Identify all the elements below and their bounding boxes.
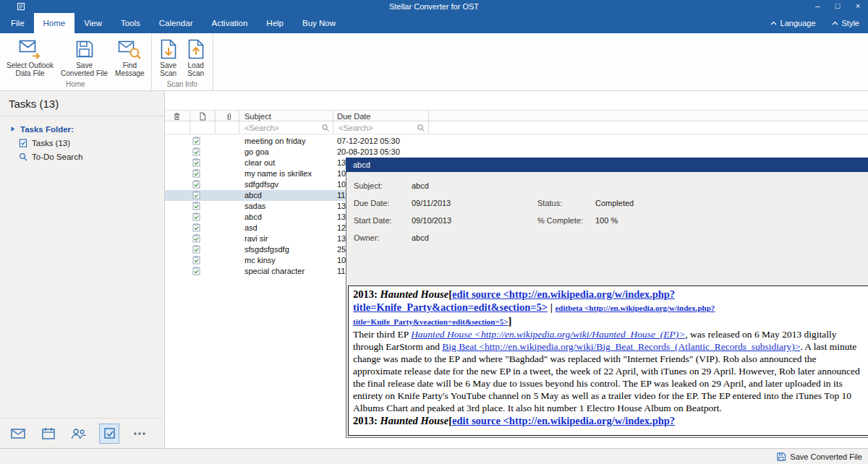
tree-item-todo-search[interactable]: To-Do Search [0,150,164,163]
row-due-date: 07-12-2012 05:30 [337,137,400,145]
delete-column-icon[interactable] [173,112,181,121]
percent-complete-field-label: % Complete: [537,216,583,225]
row-subject: special character [244,267,305,275]
row-subject: sdfgdfsgv [244,180,278,189]
ribbon-group-home-label: Home [3,78,148,90]
task-item-icon [192,245,200,254]
tab-home[interactable]: Home [34,13,75,33]
tab-buy-now[interactable]: Buy Now [293,13,345,33]
search-icon[interactable] [417,124,425,132]
due-date-search-input[interactable]: <Search> [339,124,373,132]
search-icon [19,152,27,161]
tab-tools[interactable]: Tools [111,13,150,33]
module-switcher [0,418,163,448]
find-message-icon [118,37,141,61]
text-segment: 2013: [353,415,380,426]
language-menu[interactable]: Language [770,19,816,27]
tree-item-tasks-folder[interactable]: Tasks Folder: [0,122,164,136]
tree-item-label: Tasks Folder: [20,125,74,134]
tree-item-label: To-Do Search [32,152,82,161]
document-column-icon[interactable] [199,112,206,121]
ribbon-button-label: Data File [16,69,45,77]
tab-file[interactable]: File [1,13,34,33]
status-field-value: Completed [595,199,634,207]
row-subject: meeting on friday [244,137,305,145]
row-subject: ravi sir [244,234,268,243]
more-nav-icon[interactable] [130,424,149,443]
subject-column-header[interactable]: Subject [244,112,271,121]
tasks-nav-icon[interactable] [100,424,119,443]
calendar-nav-icon[interactable] [39,424,58,443]
select-outlook-data-file-button[interactable]: Select Outlook Data File [3,35,57,78]
table-header: Subject Due Date [165,110,868,121]
percent-complete-field-value: 100 % [595,216,618,225]
subject-search-input[interactable]: <Search> [244,124,279,132]
ribbon-button-label: Load [188,61,204,69]
mail-nav-icon[interactable] [9,424,27,443]
text-segment: Haunted House [380,288,448,300]
row-subject: my name is skrillex [244,169,312,178]
subject-field-label: Subject: [354,181,383,190]
dialog-titlebar[interactable]: abcd [346,158,868,172]
load-scan-icon [186,37,206,61]
find-message-button[interactable]: Find Message [111,35,148,78]
tree-item-tasks[interactable]: Tasks (13) [0,136,164,150]
search-row: <Search> <Search> [165,121,868,134]
task-item-icon [192,223,200,232]
attachment-column-icon[interactable] [226,112,232,121]
message-paragraph: 2013: Haunted House[edit source <http://… [353,414,864,427]
maximize-button[interactable]: □ [827,0,848,13]
row-due-date: 11 [337,267,345,275]
message-paragraph: Their third EP Haunted House <http://en.… [353,328,864,414]
message-body[interactable]: 2013: Haunted House[edit source <http://… [348,285,868,436]
start-date-field-label: Start Date: [354,216,392,225]
text-segment: Haunted House [380,415,448,426]
row-due-date: 12 [337,223,346,232]
wiki-link[interactable]: Haunted House <http://en.wikipedia.org/w… [411,329,685,340]
task-item-icon [192,158,200,167]
close-button[interactable]: × [848,0,868,13]
ribbon-group-scan-info: Save Scan Load Scan Scan Info [152,33,213,90]
contacts-nav-icon[interactable] [69,424,88,443]
due-date-field-value: 09/11/2013 [412,199,451,207]
ribbon-button-label: Save [76,61,93,69]
tab-help[interactable]: Help [257,13,293,33]
task-detail-dialog: abcd Subject: abcd Due Date: 09/11/2013 … [346,158,868,438]
row-subject: clear out [244,158,275,167]
panel-title: Tasks (13) [0,91,164,116]
save-converted-file-button[interactable]: Save Converted File [57,35,111,78]
chevron-up-icon [832,21,838,25]
save-converted-file-action[interactable]: Save Converted File [776,449,862,464]
task-item-icon [192,256,200,265]
select-data-file-icon [18,37,43,61]
task-item-icon [192,147,200,156]
task-item-icon [192,169,200,178]
message-paragraph: 2013: Haunted House[edit source <http://… [353,288,864,328]
tab-view[interactable]: View [75,13,111,33]
row-due-date: 13 [337,212,346,221]
save-scan-button[interactable]: Save Scan [155,35,182,78]
column-separator [190,110,190,134]
due-date-column-header[interactable]: Due Date [337,112,370,121]
minimize-button[interactable]: – [807,0,827,13]
tab-activation[interactable]: Activation [202,13,257,33]
table-row[interactable]: go goa20-08-2013 05:30 [165,147,868,158]
row-due-date: 10 [337,180,346,189]
row-due-date: 11 [337,191,345,199]
tab-calendar[interactable]: Calendar [150,13,203,33]
ribbon-group-home: Select Outlook Data File Save Converted … [0,33,152,90]
ribbon-button-label: Message [115,69,145,77]
row-due-date: 10 [337,169,346,178]
dialog-title: abcd [353,160,370,169]
search-icon[interactable] [321,124,330,132]
wiki-link[interactable]: Big Beat <http://en.wikipedia.org/wiki/B… [442,341,800,352]
style-menu[interactable]: Style [832,19,859,27]
language-label: Language [780,19,816,27]
load-scan-button[interactable]: Load Scan [182,35,210,78]
window-title: Stellar Converter for OST [0,0,868,13]
ribbon-button-label: Select Outlook [7,61,54,69]
table-row[interactable]: meeting on friday07-12-2012 05:30 [165,136,868,147]
wiki-link[interactable]: edit source <http://en.wikipedia.org/w/i… [452,415,675,426]
text-segment: 2013: [353,288,380,300]
status-field-label: Status: [537,199,562,207]
